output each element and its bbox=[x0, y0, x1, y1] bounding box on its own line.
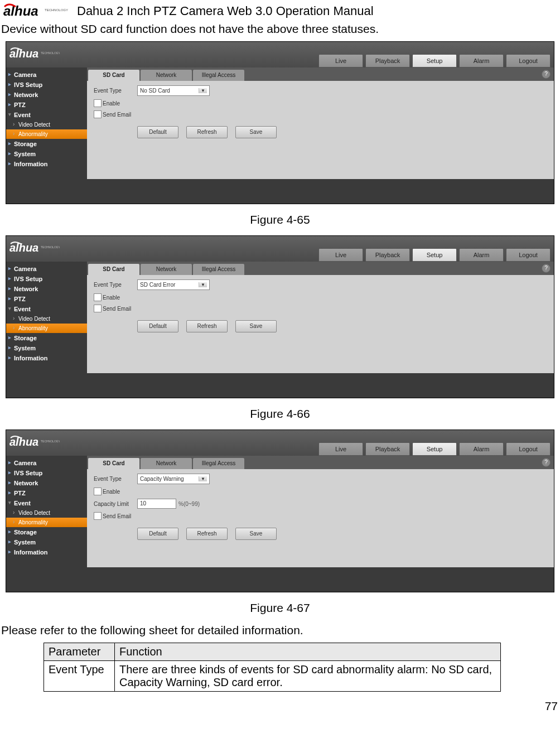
sidebar-system[interactable]: System bbox=[6, 149, 87, 159]
app-header: alhuaTECHNOLOGY Live Playback Setup Alar… bbox=[6, 430, 554, 456]
save-button[interactable]: Save bbox=[235, 320, 277, 332]
sidebar-storage[interactable]: Storage bbox=[6, 333, 87, 343]
nav-live[interactable]: Live bbox=[318, 54, 363, 67]
default-button[interactable]: Default bbox=[137, 126, 178, 138]
default-button[interactable]: Default bbox=[137, 320, 178, 332]
table-cell-param: Event Type bbox=[44, 661, 115, 692]
save-button[interactable]: Save bbox=[235, 126, 277, 138]
sidebar-abnormality[interactable]: Abnormality bbox=[6, 518, 87, 527]
sidebar-abnormality[interactable]: Abnormality bbox=[6, 129, 87, 139]
default-button[interactable]: Default bbox=[137, 528, 178, 540]
nav-logout[interactable]: Logout bbox=[506, 442, 551, 456]
save-button[interactable]: Save bbox=[235, 528, 277, 540]
nav-setup[interactable]: Setup bbox=[412, 54, 457, 67]
nav-playback[interactable]: Playback bbox=[365, 248, 410, 262]
sidebar-video-detect[interactable]: Video Detect bbox=[6, 508, 87, 518]
capacity-limit-label: Capacity Limit bbox=[94, 501, 137, 507]
top-nav: Live Playback Setup Alarm Logout bbox=[318, 54, 551, 67]
nav-alarm[interactable]: Alarm bbox=[459, 442, 504, 456]
help-icon[interactable]: ? bbox=[542, 70, 551, 79]
nav-live[interactable]: Live bbox=[318, 248, 363, 262]
app-logo: alhuaTECHNOLOGY bbox=[9, 435, 60, 451]
event-type-select[interactable]: No SD Card▼ bbox=[137, 85, 210, 96]
sidebar-abnormality[interactable]: Abnormality bbox=[6, 324, 87, 333]
refresh-button[interactable]: Refresh bbox=[186, 126, 228, 138]
send-email-checkbox[interactable] bbox=[94, 110, 102, 118]
sidebar-network[interactable]: Network bbox=[6, 478, 87, 488]
enable-checkbox[interactable] bbox=[94, 99, 102, 107]
app-footer bbox=[6, 373, 554, 398]
nav-logout[interactable]: Logout bbox=[506, 248, 551, 262]
enable-checkbox[interactable] bbox=[94, 488, 102, 495]
refresh-button[interactable]: Refresh bbox=[186, 320, 228, 332]
app-logo: alhuaTECHNOLOGY bbox=[9, 240, 60, 257]
tab-illegal-access[interactable]: Illegal Access bbox=[193, 264, 244, 275]
tab-network[interactable]: Network bbox=[141, 264, 192, 275]
tab-network[interactable]: Network bbox=[141, 70, 192, 81]
svg-text:alhua: alhua bbox=[3, 3, 38, 18]
sidebar-system[interactable]: System bbox=[6, 343, 87, 353]
event-type-label: Event Type bbox=[94, 88, 137, 94]
nav-playback[interactable]: Playback bbox=[365, 442, 410, 456]
sidebar-ivs[interactable]: IVS Setup bbox=[6, 80, 87, 90]
button-row: Default Refresh Save bbox=[137, 126, 547, 138]
nav-live[interactable]: Live bbox=[318, 442, 363, 456]
sidebar-event[interactable]: Event bbox=[6, 304, 87, 314]
main-panel: SD Card Network Illegal Access ? Event T… bbox=[87, 67, 554, 179]
nav-alarm[interactable]: Alarm bbox=[459, 54, 504, 67]
app-logo: alhuaTECHNOLOGY bbox=[9, 46, 60, 63]
sidebar-information[interactable]: Information bbox=[6, 353, 87, 363]
tab-illegal-access[interactable]: Illegal Access bbox=[193, 458, 244, 469]
figure-4-65-screenshot: alhuaTECHNOLOGY Live Playback Setup Alar… bbox=[6, 41, 554, 204]
tab-sdcard[interactable]: SD Card bbox=[88, 70, 139, 81]
event-type-select[interactable]: SD Card Error▼ bbox=[137, 279, 210, 290]
sidebar-ptz[interactable]: PTZ bbox=[6, 488, 87, 498]
tab-bar: SD Card Network Illegal Access ? bbox=[87, 262, 554, 275]
nav-logout[interactable]: Logout bbox=[506, 54, 551, 67]
send-email-checkbox[interactable] bbox=[94, 305, 102, 312]
event-type-label: Event Type bbox=[94, 476, 137, 482]
send-email-checkbox[interactable] bbox=[94, 512, 102, 520]
tab-illegal-access[interactable]: Illegal Access bbox=[193, 70, 244, 81]
sidebar-event[interactable]: Event bbox=[6, 110, 87, 120]
app-footer bbox=[6, 567, 554, 592]
tab-bar: SD Card Network Illegal Access ? bbox=[87, 67, 554, 81]
enable-checkbox[interactable] bbox=[94, 293, 102, 301]
sidebar-video-detect[interactable]: Video Detect bbox=[6, 120, 87, 129]
sidebar-ivs[interactable]: IVS Setup bbox=[6, 274, 87, 284]
refresh-button[interactable]: Refresh bbox=[186, 528, 228, 540]
help-icon[interactable]: ? bbox=[542, 264, 551, 273]
nav-setup[interactable]: Setup bbox=[412, 248, 457, 262]
sidebar-ptz[interactable]: PTZ bbox=[6, 100, 87, 110]
sidebar-storage[interactable]: Storage bbox=[6, 139, 87, 149]
tab-network[interactable]: Network bbox=[141, 458, 192, 469]
capacity-limit-input[interactable]: 10 bbox=[137, 499, 176, 509]
help-icon[interactable]: ? bbox=[542, 458, 551, 467]
sidebar-camera[interactable]: Camera bbox=[6, 264, 87, 274]
sidebar-system[interactable]: System bbox=[6, 537, 87, 547]
sidebar-network[interactable]: Network bbox=[6, 284, 87, 294]
sidebar-camera[interactable]: Camera bbox=[6, 70, 87, 80]
sidebar-ivs[interactable]: IVS Setup bbox=[6, 468, 87, 478]
svg-text:alhua: alhua bbox=[9, 242, 38, 254]
nav-setup[interactable]: Setup bbox=[412, 442, 457, 456]
refer-line: Please refer to the following sheet for … bbox=[1, 624, 559, 637]
sidebar-storage[interactable]: Storage bbox=[6, 527, 87, 537]
sidebar-video-detect[interactable]: Video Detect bbox=[6, 314, 87, 324]
enable-label: Enable bbox=[103, 489, 120, 495]
tab-sdcard[interactable]: SD Card bbox=[88, 264, 139, 275]
nav-playback[interactable]: Playback bbox=[365, 54, 410, 67]
parameter-table: Parameter Function Event Type There are … bbox=[44, 643, 501, 692]
sidebar-network[interactable]: Network bbox=[6, 90, 87, 100]
sidebar-event[interactable]: Event bbox=[6, 498, 87, 508]
send-email-label: Send Email bbox=[103, 112, 131, 118]
send-email-label: Send Email bbox=[103, 306, 131, 312]
sidebar-information[interactable]: Information bbox=[6, 547, 87, 557]
sidebar-ptz[interactable]: PTZ bbox=[6, 294, 87, 304]
sidebar-information[interactable]: Information bbox=[6, 159, 87, 169]
event-type-select[interactable]: Capacity Warning▼ bbox=[137, 474, 210, 484]
svg-text:TECHNOLOGY: TECHNOLOGY bbox=[41, 51, 60, 55]
tab-sdcard[interactable]: SD Card bbox=[88, 458, 139, 469]
sidebar-camera[interactable]: Camera bbox=[6, 458, 87, 468]
nav-alarm[interactable]: Alarm bbox=[459, 248, 504, 262]
